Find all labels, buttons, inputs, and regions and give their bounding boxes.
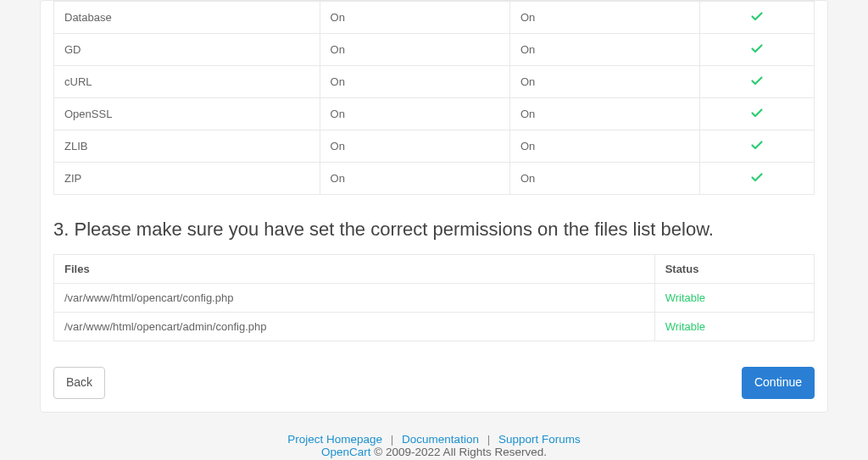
check-icon <box>750 74 764 87</box>
table-row: cURL On On <box>54 66 815 98</box>
table-row: /var/www/html/opencart/config.php Writab… <box>54 284 815 313</box>
ext-required-cell: On <box>510 98 700 130</box>
ext-name-cell: ZLIB <box>54 130 320 163</box>
ext-current-cell: On <box>320 130 509 163</box>
check-icon <box>750 42 764 55</box>
file-path-cell: /var/www/html/opencart/config.php <box>54 284 655 313</box>
table-row: ZIP On On <box>54 163 815 195</box>
footer-forums-link[interactable]: Support Forums <box>498 433 581 446</box>
ext-current-cell: On <box>320 2 509 34</box>
ext-required-cell: On <box>510 130 700 163</box>
ext-name-cell: cURL <box>54 66 320 98</box>
ext-status-cell <box>700 66 815 98</box>
ext-name-cell: Database <box>54 2 320 34</box>
ext-name-cell: ZIP <box>54 163 320 195</box>
file-path-cell: /var/www/html/opencart/admin/config.php <box>54 313 655 341</box>
ext-required-cell: On <box>510 2 700 34</box>
files-header: Files <box>54 255 655 284</box>
ext-current-cell: On <box>320 66 509 98</box>
continue-button[interactable]: Continue <box>742 367 815 399</box>
ext-required-cell: On <box>510 34 700 66</box>
section-3-heading: 3. Please make sure you have set the cor… <box>53 219 815 241</box>
button-row: Back Continue <box>53 367 815 399</box>
ext-current-cell: On <box>320 163 509 195</box>
extensions-table: Database On On GD On On <box>53 1 815 195</box>
table-row: GD On On <box>54 34 815 66</box>
files-table: Files Status /var/www/html/opencart/conf… <box>53 254 815 341</box>
ext-required-cell: On <box>510 163 700 195</box>
ext-current-cell: On <box>320 98 509 130</box>
ext-status-cell <box>700 2 815 34</box>
table-row: /var/www/html/opencart/admin/config.php … <box>54 313 815 341</box>
file-status-cell: Writable <box>654 284 814 313</box>
back-button[interactable]: Back <box>53 367 105 399</box>
ext-status-cell <box>700 130 815 163</box>
check-icon <box>750 138 764 152</box>
table-row: OpenSSL On On <box>54 98 815 130</box>
ext-current-cell: On <box>320 34 509 66</box>
footer-copyright: © 2009-2022 All Rights Reserved. <box>371 446 547 458</box>
table-row: ZLIB On On <box>54 130 815 163</box>
ext-name-cell: GD <box>54 34 320 66</box>
status-header: Status <box>654 255 814 284</box>
ext-status-cell <box>700 163 815 195</box>
ext-name-cell: OpenSSL <box>54 98 320 130</box>
footer-home-link[interactable]: Project Homepage <box>287 433 382 446</box>
ext-required-cell: On <box>510 66 700 98</box>
check-icon <box>750 170 764 184</box>
file-status-cell: Writable <box>654 313 814 341</box>
footer: Project Homepage | Documentation | Suppo… <box>0 413 868 460</box>
footer-brand-link[interactable]: OpenCart <box>321 446 371 458</box>
check-icon <box>750 9 764 23</box>
ext-status-cell <box>700 98 815 130</box>
footer-separator: | <box>487 433 491 446</box>
footer-separator: | <box>391 433 394 446</box>
table-row: Database On On <box>54 2 815 34</box>
install-panel: Database On On GD On On <box>40 0 828 413</box>
footer-docs-link[interactable]: Documentation <box>402 433 479 446</box>
table-header-row: Files Status <box>54 255 815 284</box>
check-icon <box>750 106 764 119</box>
ext-status-cell <box>700 34 815 66</box>
